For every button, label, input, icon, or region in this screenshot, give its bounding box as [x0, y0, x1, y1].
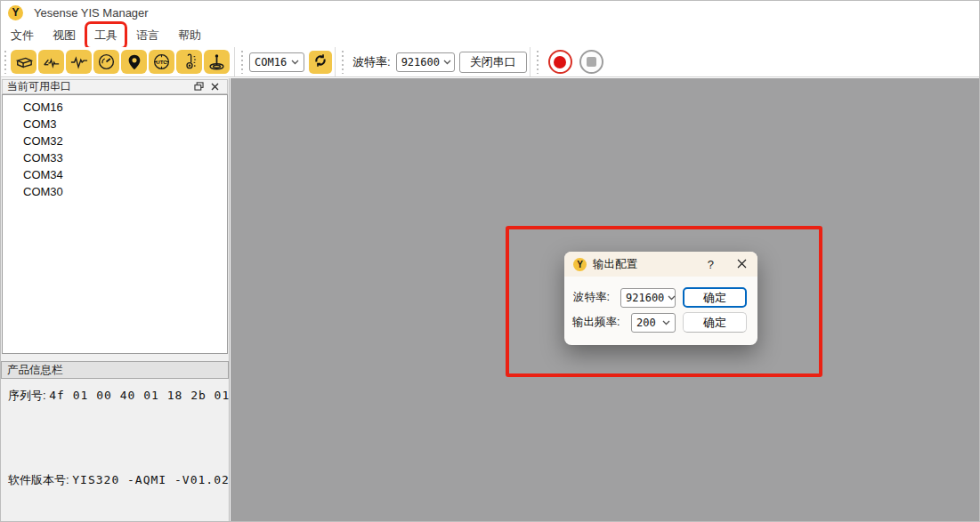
menu-help[interactable]: 帮助 — [172, 25, 207, 46]
dialog-baud-label: 波特率: — [573, 290, 610, 305]
list-item-port[interactable]: COM33 — [3, 149, 227, 166]
menu-file[interactable]: 文件 — [4, 25, 40, 46]
serial-number-line: 序列号: 4f 01 00 40 01 18 2b 01 — [8, 388, 230, 404]
magnetic-probe-icon — [207, 52, 226, 71]
refresh-icon — [312, 52, 328, 71]
record-button[interactable] — [548, 50, 572, 74]
serial-ports-panel-title: 当前可用串口 — [7, 79, 190, 94]
list-item-port[interactable]: COM34 — [3, 166, 227, 183]
toolbar-separator — [530, 47, 530, 76]
cube-3d-button[interactable] — [11, 50, 36, 74]
utc-clock-icon: UTC — [152, 52, 171, 71]
serial-ports-panel-header: 当前可用串口 — [2, 79, 228, 94]
panel-float-button[interactable] — [190, 81, 207, 93]
float-icon — [194, 80, 204, 93]
list-item-port[interactable]: COM16 — [3, 99, 227, 116]
close-icon — [211, 80, 219, 93]
toolbar-grip[interactable] — [240, 51, 244, 74]
panel-close-button[interactable] — [207, 81, 223, 93]
menu-language[interactable]: 语言 — [130, 25, 166, 46]
firmware-version-line: 软件版本号: YIS320 -AQMI -V01.02.03; — [8, 472, 261, 488]
attitude-wave-icon — [42, 53, 61, 71]
dialog-baud-select[interactable]: 921600 — [620, 288, 676, 308]
dialog-output-rate-select[interactable]: 200 — [631, 313, 676, 333]
dialog-output-rate-value: 200 — [636, 317, 656, 329]
location-button[interactable] — [121, 50, 147, 74]
titlebar: Y Yesense YIS Manager — [1, 1, 979, 24]
port-select[interactable]: COM16 — [249, 52, 304, 72]
dialog-rate-ok-button[interactable]: 确定 — [683, 312, 747, 333]
app-window: Y Yesense YIS Manager 文件 视图 工具 语言 帮助 UTC — [0, 0, 980, 522]
attitude-wave-button[interactable] — [38, 50, 64, 74]
serial-number-label: 序列号: — [8, 389, 46, 402]
toolbar-separator — [335, 47, 336, 76]
temperature-icon — [181, 52, 198, 71]
serial-number-value: 4f 01 00 40 01 18 2b 01 — [49, 389, 230, 402]
chevron-down-icon — [443, 60, 451, 65]
dialog-output-rate-label: 输出频率: — [572, 315, 620, 330]
app-logo-icon: Y — [8, 5, 23, 20]
location-pin-icon — [126, 53, 142, 71]
utc-clock-button[interactable]: UTC — [149, 50, 174, 74]
product-info-panel-title: 产品信息栏 — [7, 363, 63, 378]
refresh-ports-button[interactable] — [309, 51, 332, 74]
cube-3d-icon — [14, 53, 34, 71]
toolbar-grip[interactable] — [4, 51, 7, 74]
dialog-title: 输出配置 — [593, 257, 708, 272]
gauge-button[interactable] — [93, 50, 119, 74]
dialog-help-button[interactable]: ? — [708, 258, 714, 271]
left-panel: 当前可用串口 COM16 COM3 COM32 COM33 COM34 COM3… — [1, 78, 230, 521]
dialog-app-icon: Y — [573, 258, 587, 271]
chevron-down-icon — [291, 60, 299, 65]
menubar: 文件 视图 工具 语言 帮助 — [1, 24, 979, 47]
signal-wave-icon — [69, 53, 89, 71]
chevron-down-icon — [668, 295, 676, 301]
baud-rate-value: 921600 — [401, 56, 440, 68]
toolbar: UTC COM16 波特率: 921600 关闭串口 — [1, 47, 979, 77]
toolbar-grip[interactable] — [341, 51, 344, 74]
menu-view[interactable]: 视图 — [46, 25, 82, 46]
dialog-titlebar[interactable]: Y 输出配置 ? — [564, 252, 757, 277]
serial-port-list: COM16 COM3 COM32 COM33 COM34 COM30 — [2, 94, 228, 354]
signal-wave-button[interactable] — [66, 50, 92, 74]
chevron-down-icon — [662, 320, 670, 325]
close-serial-port-button[interactable]: 关闭串口 — [459, 52, 527, 73]
stop-button[interactable] — [579, 50, 603, 74]
list-item-port[interactable]: COM3 — [3, 116, 227, 133]
firmware-version-label: 软件版本号: — [8, 473, 69, 486]
temperature-button[interactable] — [176, 50, 202, 74]
product-info-panel-header: 产品信息栏 — [1, 361, 229, 379]
baud-rate-label: 波特率: — [352, 54, 391, 70]
toolbar-separator — [234, 47, 235, 76]
baud-rate-select[interactable]: 921600 — [396, 52, 455, 72]
menu-tools[interactable]: 工具 — [88, 25, 124, 46]
gauge-icon — [97, 52, 116, 71]
dialog-close-button[interactable] — [737, 258, 747, 271]
record-icon — [554, 56, 566, 68]
port-select-value: COM16 — [255, 56, 287, 68]
dialog-baud-ok-button[interactable]: 确定 — [683, 287, 747, 308]
svg-text:UTC: UTC — [156, 59, 167, 65]
output-config-dialog: Y 输出配置 ? 波特率: 921600 确定 输出频率: 200 确定 — [564, 252, 757, 345]
dialog-baud-value: 921600 — [626, 292, 664, 304]
close-icon — [737, 258, 747, 271]
list-item-port[interactable]: COM30 — [3, 183, 227, 200]
window-title: Yesense YIS Manager — [34, 6, 149, 20]
toolbar-grip[interactable] — [536, 51, 539, 74]
list-item-port[interactable]: COM32 — [3, 133, 227, 149]
magnetic-probe-button[interactable] — [204, 50, 230, 74]
stop-icon — [587, 57, 596, 67]
